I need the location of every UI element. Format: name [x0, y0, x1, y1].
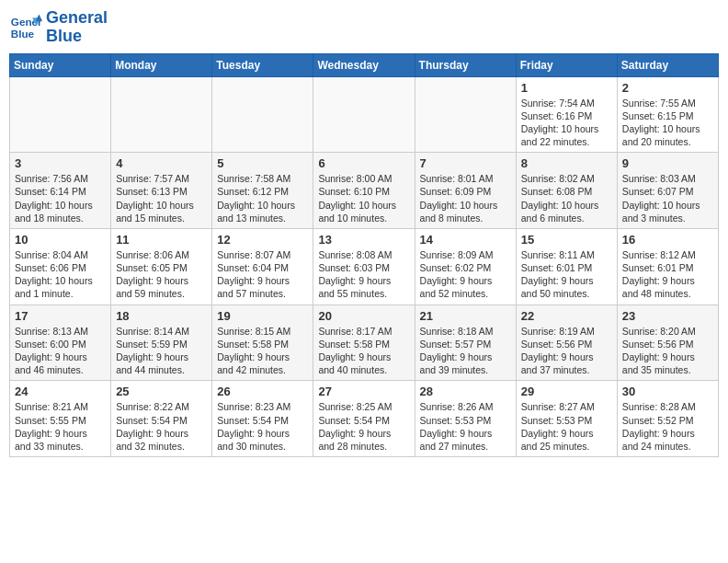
day-info: Sunset: 6:16 PM: [521, 109, 612, 122]
calendar-cell: 11Sunrise: 8:06 AMSunset: 6:05 PMDayligh…: [111, 228, 212, 304]
calendar-cell: 5Sunrise: 7:58 AMSunset: 6:12 PMDaylight…: [212, 153, 313, 229]
weekday-header-tuesday: Tuesday: [212, 53, 313, 76]
day-info: Sunrise: 8:20 AM: [622, 325, 713, 338]
day-info: Sunrise: 8:23 AM: [217, 400, 308, 413]
weekday-header-sunday: Sunday: [10, 53, 111, 76]
calendar-cell: 15Sunrise: 8:11 AMSunset: 6:01 PMDayligh…: [516, 228, 617, 304]
day-info: Sunset: 5:54 PM: [217, 414, 308, 427]
day-info: Sunrise: 8:18 AM: [420, 325, 511, 338]
weekday-header-friday: Friday: [516, 53, 617, 76]
calendar-cell: 28Sunrise: 8:26 AMSunset: 5:53 PMDayligh…: [415, 381, 516, 457]
calendar-cell: 6Sunrise: 8:00 AMSunset: 6:10 PMDaylight…: [313, 153, 415, 229]
day-info: Daylight: 10 hours and 20 minutes.: [622, 122, 713, 148]
day-info: Daylight: 9 hours and 59 minutes.: [116, 274, 207, 300]
day-info: Daylight: 10 hours and 22 minutes.: [521, 122, 612, 148]
day-info: Sunset: 5:59 PM: [116, 338, 207, 350]
day-info: Daylight: 9 hours and 46 minutes.: [15, 350, 106, 376]
weekday-header-row: SundayMondayTuesdayWednesdayThursdayFrid…: [10, 53, 719, 76]
day-info: Sunrise: 7:57 AM: [116, 172, 207, 185]
calendar-cell: 13Sunrise: 8:08 AMSunset: 6:03 PMDayligh…: [313, 228, 415, 304]
calendar-cell: 19Sunrise: 8:15 AMSunset: 5:58 PMDayligh…: [212, 304, 313, 381]
day-info: Sunrise: 8:00 AM: [318, 172, 409, 185]
day-number: 7: [420, 156, 511, 170]
day-info: Daylight: 9 hours and 44 minutes.: [116, 350, 207, 376]
day-number: 28: [420, 385, 511, 398]
day-info: Daylight: 9 hours and 50 minutes.: [521, 274, 612, 300]
calendar-cell: 14Sunrise: 8:09 AMSunset: 6:02 PMDayligh…: [415, 228, 516, 304]
day-info: Sunset: 6:01 PM: [521, 261, 612, 274]
day-info: Sunrise: 8:26 AM: [420, 400, 511, 413]
day-info: Sunset: 5:53 PM: [420, 414, 511, 427]
day-info: Sunset: 6:10 PM: [318, 185, 409, 198]
day-info: Sunrise: 8:21 AM: [15, 400, 106, 413]
day-number: 16: [622, 233, 713, 247]
day-info: Daylight: 10 hours and 8 minutes.: [420, 199, 511, 224]
day-info: Sunset: 5:56 PM: [521, 338, 612, 350]
calendar-cell: 7Sunrise: 8:01 AMSunset: 6:09 PMDaylight…: [415, 153, 516, 229]
day-info: Daylight: 10 hours and 3 minutes.: [622, 199, 713, 224]
day-info: Sunset: 6:15 PM: [622, 109, 713, 122]
day-info: Sunset: 6:05 PM: [116, 261, 207, 274]
logo-icon: General Blue: [9, 11, 42, 44]
day-number: 30: [622, 385, 713, 398]
day-info: Daylight: 9 hours and 57 minutes.: [217, 274, 308, 300]
day-info: Daylight: 9 hours and 33 minutes.: [15, 427, 106, 453]
day-info: Sunset: 5:54 PM: [318, 414, 409, 427]
day-info: Daylight: 9 hours and 24 minutes.: [622, 427, 713, 453]
day-info: Sunrise: 8:15 AM: [217, 325, 308, 338]
calendar-cell: 20Sunrise: 8:17 AMSunset: 5:58 PMDayligh…: [313, 304, 415, 381]
calendar-cell: 8Sunrise: 8:02 AMSunset: 6:08 PMDaylight…: [516, 153, 617, 229]
day-info: Sunrise: 8:01 AM: [420, 172, 511, 185]
day-info: Sunrise: 8:13 AM: [15, 325, 106, 338]
day-info: Daylight: 10 hours and 18 minutes.: [15, 199, 106, 224]
day-info: Daylight: 10 hours and 6 minutes.: [521, 199, 612, 224]
calendar-cell: 24Sunrise: 8:21 AMSunset: 5:55 PMDayligh…: [10, 381, 111, 457]
day-info: Daylight: 10 hours and 13 minutes.: [217, 199, 308, 224]
day-info: Daylight: 10 hours and 1 minute.: [15, 274, 106, 300]
day-info: Sunrise: 7:58 AM: [217, 172, 308, 185]
day-info: Daylight: 9 hours and 48 minutes.: [622, 274, 713, 300]
calendar-cell: [212, 76, 313, 153]
day-info: Sunrise: 8:07 AM: [217, 248, 308, 261]
day-info: Sunrise: 8:27 AM: [521, 400, 612, 413]
day-info: Daylight: 9 hours and 27 minutes.: [420, 427, 511, 453]
calendar-cell: 1Sunrise: 7:54 AMSunset: 6:16 PMDaylight…: [516, 76, 617, 153]
calendar-week-3: 10Sunrise: 8:04 AMSunset: 6:06 PMDayligh…: [10, 228, 719, 304]
day-info: Sunrise: 7:56 AM: [15, 172, 106, 185]
day-info: Sunset: 6:13 PM: [116, 185, 207, 198]
calendar-table: SundayMondayTuesdayWednesdayThursdayFrid…: [9, 53, 719, 457]
day-info: Sunset: 6:02 PM: [420, 261, 511, 274]
day-info: Daylight: 9 hours and 35 minutes.: [622, 350, 713, 376]
day-info: Sunset: 5:57 PM: [420, 338, 511, 350]
day-number: 14: [420, 233, 511, 247]
weekday-header-monday: Monday: [111, 53, 212, 76]
day-info: Sunrise: 8:08 AM: [318, 248, 409, 261]
calendar-cell: 12Sunrise: 8:07 AMSunset: 6:04 PMDayligh…: [212, 228, 313, 304]
day-info: Daylight: 9 hours and 42 minutes.: [217, 350, 308, 376]
day-info: Daylight: 9 hours and 39 minutes.: [420, 350, 511, 376]
calendar-week-5: 24Sunrise: 8:21 AMSunset: 5:55 PMDayligh…: [10, 381, 719, 457]
calendar-cell: [111, 76, 212, 153]
day-info: Sunrise: 8:12 AM: [622, 248, 713, 261]
day-info: Sunrise: 8:25 AM: [318, 400, 409, 413]
day-number: 24: [15, 385, 106, 398]
calendar-week-2: 3Sunrise: 7:56 AMSunset: 6:14 PMDaylight…: [10, 153, 719, 229]
day-info: Sunset: 5:58 PM: [217, 338, 308, 350]
day-number: 4: [116, 156, 207, 170]
svg-text:Blue: Blue: [11, 28, 35, 40]
day-info: Sunrise: 8:04 AM: [15, 248, 106, 261]
day-info: Sunset: 5:53 PM: [521, 414, 612, 427]
weekday-header-thursday: Thursday: [415, 53, 516, 76]
day-number: 17: [15, 309, 106, 323]
day-info: Sunset: 6:03 PM: [318, 261, 409, 274]
calendar-week-4: 17Sunrise: 8:13 AMSunset: 6:00 PMDayligh…: [10, 304, 719, 381]
day-info: Daylight: 9 hours and 52 minutes.: [420, 274, 511, 300]
day-info: Daylight: 9 hours and 40 minutes.: [318, 350, 409, 376]
logo-wordmark: General Blue: [46, 9, 108, 46]
calendar-cell: [415, 76, 516, 153]
day-number: 26: [217, 385, 308, 398]
day-number: 9: [622, 156, 713, 170]
day-info: Sunset: 5:52 PM: [622, 414, 713, 427]
calendar-cell: 23Sunrise: 8:20 AMSunset: 5:56 PMDayligh…: [617, 304, 718, 381]
day-number: 29: [521, 385, 612, 398]
